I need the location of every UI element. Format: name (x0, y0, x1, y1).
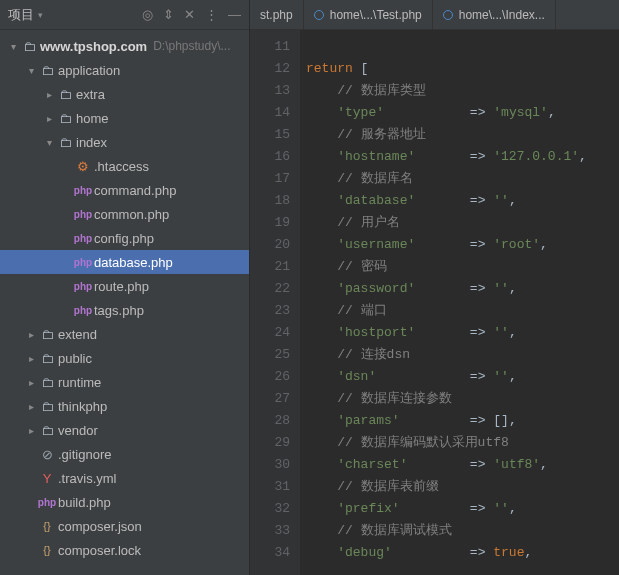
tree-item[interactable]: Y.travis.yml (0, 466, 249, 490)
line-number: 14 (256, 102, 290, 124)
line-number: 22 (256, 278, 290, 300)
target-icon[interactable]: ◎ (142, 7, 153, 22)
tree-item[interactable]: ▸🗀extend (0, 322, 249, 346)
editor-tab[interactable]: st.php (250, 0, 304, 29)
json-file-icon: {} (38, 520, 56, 532)
tree-item[interactable]: phptags.php (0, 298, 249, 322)
code-line[interactable]: 'database' => '', (306, 190, 619, 212)
tree-item[interactable]: phpcommon.php (0, 202, 249, 226)
sidebar-title[interactable]: 项目 ▾ (8, 6, 43, 24)
tree-item[interactable]: ▸🗀thinkphp (0, 394, 249, 418)
tree-item[interactable]: ⚙.htaccess (0, 154, 249, 178)
tree-item-label: common.php (94, 207, 169, 222)
tree-item-label: extend (58, 327, 97, 342)
php-file-icon: php (74, 233, 92, 244)
project-tree[interactable]: ▾🗀www.tpshop.comD:\phpstudy\...▾🗀applica… (0, 30, 249, 575)
folder-icon: 🗀 (38, 351, 56, 366)
editor-tabs: st.phphome\...\Test.phphome\...\Index... (250, 0, 619, 30)
code-line[interactable]: 'password' => '', (306, 278, 619, 300)
tree-item[interactable]: ▸🗀runtime (0, 370, 249, 394)
php-file-icon: php (38, 497, 56, 508)
tree-item[interactable]: ▾🗀index (0, 130, 249, 154)
chevron-down-icon[interactable]: ▾ (24, 65, 38, 76)
chevron-right-icon[interactable]: ▸ (42, 89, 56, 100)
chevron-right-icon[interactable]: ▸ (24, 353, 38, 364)
tree-item[interactable]: ▸🗀vendor (0, 418, 249, 442)
code-line[interactable]: // 连接dsn (306, 344, 619, 366)
tree-item-label: .travis.yml (58, 471, 117, 486)
tree-item[interactable]: {}composer.lock (0, 538, 249, 562)
code-line[interactable]: 'params' => [], (306, 410, 619, 432)
code-line[interactable]: 'charset' => 'utf8', (306, 454, 619, 476)
code-line[interactable]: 'debug' => true, (306, 542, 619, 564)
chevron-right-icon[interactable]: ▸ (24, 377, 38, 388)
tree-item[interactable]: {}composer.json (0, 514, 249, 538)
tree-item-label: runtime (58, 375, 101, 390)
json-file-icon: {} (38, 544, 56, 556)
code-line[interactable]: // 数据库表前缀 (306, 476, 619, 498)
tree-item[interactable]: ▸🗀home (0, 106, 249, 130)
php-file-icon: php (74, 281, 92, 292)
code-line[interactable]: // 数据库编码默认采用utf8 (306, 432, 619, 454)
tree-item[interactable]: phpdatabase.php (0, 250, 249, 274)
tree-item-label: config.php (94, 231, 154, 246)
code-line[interactable]: 'username' => 'root', (306, 234, 619, 256)
folder-icon: 🗀 (56, 135, 74, 150)
more-icon[interactable]: ⋮ (205, 7, 218, 22)
tree-item[interactable]: phpbuild.php (0, 490, 249, 514)
chevron-right-icon[interactable]: ▸ (24, 425, 38, 436)
collapse-icon[interactable]: ✕ (184, 7, 195, 22)
tree-item-path: D:\phpstudy\... (153, 39, 230, 53)
tree-item-label: extra (76, 87, 105, 102)
code-line[interactable]: // 服务器地址 (306, 124, 619, 146)
editor-area: st.phphome\...\Test.phphome\...\Index...… (250, 0, 619, 575)
editor-tab[interactable]: home\...\Index... (433, 0, 556, 29)
code-line[interactable]: return [ (306, 58, 619, 80)
code-line[interactable]: // 数据库类型 (306, 80, 619, 102)
code-line[interactable]: 'hostname' => '127.0.0.1', (306, 146, 619, 168)
line-number: 25 (256, 344, 290, 366)
code-line[interactable]: 'type' => 'mysql', (306, 102, 619, 124)
code-line[interactable]: // 用户名 (306, 212, 619, 234)
code-line[interactable]: // 密码 (306, 256, 619, 278)
sidebar-title-label: 项目 (8, 6, 34, 24)
code-line[interactable] (306, 36, 619, 58)
code-editor[interactable]: 1112131415161718192021222324252627282930… (250, 30, 619, 575)
tree-item[interactable]: ⊘.gitignore (0, 442, 249, 466)
chevron-down-icon[interactable]: ▾ (42, 137, 56, 148)
tree-item[interactable]: ▸🗀public (0, 346, 249, 370)
tree-item[interactable]: phpconfig.php (0, 226, 249, 250)
line-number: 31 (256, 476, 290, 498)
tree-item[interactable]: phpcommand.php (0, 178, 249, 202)
hide-icon[interactable]: — (228, 7, 241, 22)
code-line[interactable]: // 端口 (306, 300, 619, 322)
tree-item[interactable]: phproute.php (0, 274, 249, 298)
code-line[interactable]: // 数据库名 (306, 168, 619, 190)
folder-icon: 🗀 (38, 423, 56, 438)
code-line[interactable]: 'prefix' => '', (306, 498, 619, 520)
chevron-right-icon[interactable]: ▸ (42, 113, 56, 124)
code-line[interactable]: 'dsn' => '', (306, 366, 619, 388)
tree-item[interactable]: ▸🗀extra (0, 82, 249, 106)
code-lines[interactable]: return [ // 数据库类型 'type' => 'mysql', // … (300, 30, 619, 575)
editor-tab[interactable]: home\...\Test.php (304, 0, 433, 29)
code-line[interactable]: // 数据库调试模式 (306, 520, 619, 542)
tree-item-label: composer.lock (58, 543, 141, 558)
code-line[interactable]: 'hostport' => '', (306, 322, 619, 344)
tree-item-label: database.php (94, 255, 173, 270)
chevron-right-icon[interactable]: ▸ (24, 329, 38, 340)
tree-root[interactable]: ▾🗀www.tpshop.comD:\phpstudy\... (0, 34, 249, 58)
expand-icon[interactable]: ⇕ (163, 7, 174, 22)
tree-item-label: .htaccess (94, 159, 149, 174)
line-number: 13 (256, 80, 290, 102)
php-circle-icon (443, 10, 453, 20)
htaccess-icon: ⚙ (74, 159, 92, 174)
chevron-right-icon[interactable]: ▸ (24, 401, 38, 412)
chevron-down-icon[interactable]: ▾ (6, 41, 20, 52)
php-file-icon: php (74, 185, 92, 196)
tree-item-label: tags.php (94, 303, 144, 318)
tree-item[interactable]: ▾🗀application (0, 58, 249, 82)
code-line[interactable]: // 数据库连接参数 (306, 388, 619, 410)
php-file-icon: php (74, 257, 92, 268)
php-circle-icon (314, 10, 324, 20)
